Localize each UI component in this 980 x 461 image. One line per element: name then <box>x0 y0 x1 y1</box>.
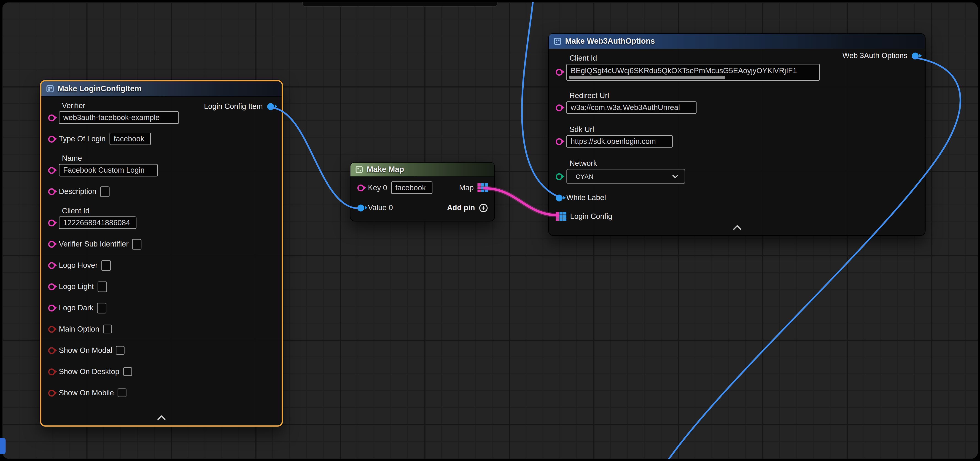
node-header-make-web3authoptions[interactable]: Make Web3AuthOptions <box>549 34 925 49</box>
pin-web3auth-options-output[interactable] <box>912 52 919 59</box>
collapse-button[interactable] <box>732 223 741 232</box>
pin-show-on-mobile[interactable] <box>48 389 55 396</box>
prop-verifier-sub-identifier: Verifier Sub Identifier <box>48 237 275 251</box>
node-header-make-map[interactable]: Make Map <box>350 162 494 177</box>
name-label: Name <box>62 153 275 163</box>
pin-client-id[interactable] <box>556 68 563 75</box>
value0-label: Value 0 <box>368 203 393 212</box>
prop-description: Description <box>48 184 275 198</box>
pin-verifier[interactable] <box>48 114 55 121</box>
make-struct-icon <box>46 85 54 92</box>
type-of-login-input[interactable] <box>109 133 151 145</box>
chevron-down-icon <box>672 175 678 178</box>
logo-hover-label: Logo Hover <box>59 261 98 270</box>
logo-light-input[interactable] <box>98 281 107 292</box>
main-option-label: Main Option <box>59 325 99 334</box>
prop-show-on-desktop: Show On Desktop <box>48 365 275 378</box>
pin-verifier-sub-identifier[interactable] <box>48 240 55 247</box>
prop-show-on-mobile: Show On Mobile <box>48 386 275 400</box>
output-pin-label: Web 3Auth Options <box>843 51 907 60</box>
redirect-url-input[interactable] <box>566 101 697 114</box>
pin-logo-light[interactable] <box>48 283 55 290</box>
output-pin-label: Login Config Item <box>204 102 263 111</box>
white-label-label: White Label <box>566 193 606 202</box>
network-label: Network <box>570 158 918 168</box>
prop-white-label: White Label <box>556 191 919 204</box>
type-of-login-label: Type Of Login <box>59 135 105 143</box>
show-on-desktop-checkbox[interactable] <box>123 367 132 376</box>
make-struct-icon <box>554 38 562 45</box>
verifier-sub-identifier-input[interactable] <box>132 239 142 250</box>
pin-row-login-config-item-output: Login Config Item <box>204 102 274 111</box>
pin-logo-dark[interactable] <box>48 304 55 311</box>
offscreen-window-accent <box>0 438 6 454</box>
pin-type-of-login[interactable] <box>48 135 55 142</box>
node-title: Make LoginConfigItem <box>58 84 142 93</box>
pin-login-config[interactable] <box>556 212 566 221</box>
pin-key0[interactable] <box>357 184 364 191</box>
pin-sdk-url[interactable] <box>556 138 563 145</box>
pin-white-label[interactable] <box>556 194 563 201</box>
prop-client-id: Client Id <box>48 206 275 230</box>
node-make-web3authoptions[interactable]: Make Web3AuthOptions Web 3Auth Options C… <box>548 33 926 236</box>
pin-network[interactable] <box>556 173 563 180</box>
pin-show-on-desktop[interactable] <box>48 368 55 375</box>
add-pin-icon <box>479 203 488 213</box>
client-id-input[interactable]: BEglQSgt4cUWcj6SKRdu5QkOXTsePmMcusG5EAoy… <box>566 64 820 81</box>
prop-logo-dark: Logo Dark <box>48 301 275 315</box>
pin-client-id[interactable] <box>48 219 55 226</box>
client-id-input[interactable] <box>59 216 136 229</box>
show-on-desktop-label: Show On Desktop <box>59 367 119 376</box>
login-config-label: Login Config <box>570 212 612 221</box>
logo-dark-input[interactable] <box>97 302 107 313</box>
pin-show-on-modal[interactable] <box>48 347 55 354</box>
pin-logo-hover[interactable] <box>48 262 55 269</box>
collapse-button[interactable] <box>157 413 166 422</box>
pin-name[interactable] <box>48 167 55 173</box>
main-option-checkbox[interactable] <box>103 325 112 334</box>
client-id-scrollbar[interactable] <box>569 75 725 79</box>
logo-hover-input[interactable] <box>101 260 111 271</box>
client-id-label: Client Id <box>62 206 275 216</box>
client-id-value: BEglQSgt4cUWcj6SKRdu5QkOXTsePmMcusG5EAoy… <box>567 64 819 75</box>
wire-login-config-item-to-value0[interactable] <box>270 108 359 208</box>
show-on-modal-checkbox[interactable] <box>116 346 125 354</box>
show-on-mobile-checkbox[interactable] <box>118 388 126 397</box>
pin-description[interactable] <box>48 188 55 195</box>
description-label: Description <box>59 187 96 196</box>
node-make-map[interactable]: Make Map Key 0 Map <box>350 162 495 222</box>
node-header-make-loginconfigitem[interactable]: Make LoginConfigItem <box>41 81 282 97</box>
blueprint-editor-viewport: Make LoginConfigItem Login Config Item V… <box>0 0 980 461</box>
logo-light-label: Logo Light <box>59 282 94 291</box>
make-map-icon <box>355 166 363 173</box>
name-input[interactable] <box>59 164 158 176</box>
verifier-input[interactable] <box>59 111 179 124</box>
prop-show-on-modal: Show On Modal <box>48 343 275 357</box>
pin-redirect-url[interactable] <box>556 104 563 111</box>
blueprint-graph-canvas[interactable]: Make LoginConfigItem Login Config Item V… <box>2 2 978 459</box>
prop-main-option: Main Option <box>48 322 275 336</box>
prop-redirect-url: Redirect Url <box>556 91 919 114</box>
show-on-mobile-label: Show On Mobile <box>59 388 114 397</box>
node-make-loginconfigitem[interactable]: Make LoginConfigItem Login Config Item V… <box>40 80 283 427</box>
pin-main-option[interactable] <box>48 326 55 332</box>
wire-map-to-login-config-glow <box>484 188 557 215</box>
pin-value0[interactable] <box>357 204 364 211</box>
wire-map-to-login-config[interactable] <box>484 188 557 215</box>
description-input[interactable] <box>100 186 110 197</box>
sdk-url-input[interactable] <box>566 135 673 148</box>
prop-name: Name <box>48 153 275 177</box>
offscreen-node-edge[interactable] <box>302 2 498 7</box>
prop-logo-hover: Logo Hover <box>48 258 275 272</box>
network-dropdown[interactable]: CYAN <box>566 169 686 184</box>
pin-login-config-item-output[interactable] <box>267 103 274 110</box>
node-title: Make Map <box>367 165 404 174</box>
prop-network: Network CYAN <box>556 158 919 184</box>
add-pin-button[interactable]: Add pin <box>447 203 488 213</box>
key0-input[interactable] <box>391 181 432 194</box>
map-output-pin[interactable] <box>477 183 488 192</box>
network-dropdown-value: CYAN <box>576 173 593 180</box>
map-row-key0: Key 0 Map <box>357 181 488 195</box>
sdk-url-label: Sdk Url <box>570 124 918 135</box>
add-pin-label: Add pin <box>447 203 475 212</box>
